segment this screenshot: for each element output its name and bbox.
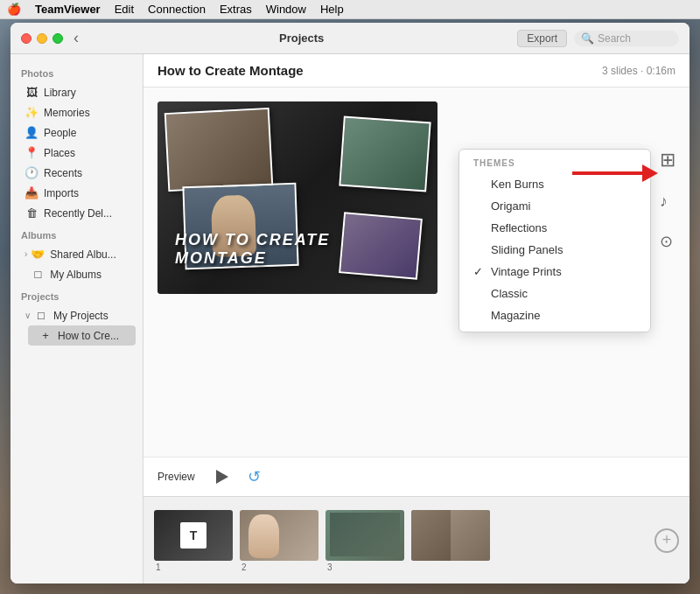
filmstrip: T 1 2 3 bbox=[144, 496, 690, 584]
apple-menu[interactable]: 🍎 bbox=[7, 3, 21, 16]
film-text-icon: T bbox=[180, 522, 206, 549]
theme-reflections[interactable]: Reflections bbox=[459, 217, 650, 239]
memories-icon: ✨ bbox=[24, 106, 38, 119]
sidebar-item-recently-deleted[interactable]: 🗑 Recently Del... bbox=[14, 203, 139, 223]
theme-vintage-prints-label: Vintage Prints bbox=[491, 265, 562, 278]
places-icon: 📍 bbox=[24, 146, 38, 159]
red-arrow bbox=[572, 164, 658, 182]
film-thumb-3 bbox=[326, 510, 404, 561]
sidebar: Photos 🖼 Library ✨ Memories 👤 People 📍 P… bbox=[10, 54, 144, 584]
sidebar-item-imports-label: Imports bbox=[44, 187, 79, 199]
people-icon: 👤 bbox=[24, 126, 38, 139]
menu-extras[interactable]: Extras bbox=[220, 3, 252, 16]
sidebar-item-how-to-create[interactable]: + How to Cre... bbox=[28, 325, 136, 346]
theme-sliding-panels-label: Sliding Panels bbox=[491, 243, 563, 256]
search-box[interactable]: 🔍 Search bbox=[574, 31, 679, 46]
how-to-icon: + bbox=[38, 329, 52, 342]
sidebar-item-places[interactable]: 📍 Places bbox=[14, 143, 139, 163]
theme-classic[interactable]: Classic bbox=[459, 283, 650, 304]
menu-help[interactable]: Help bbox=[320, 3, 344, 16]
sidebar-item-recents[interactable]: 🕐 Recents bbox=[14, 163, 139, 183]
sidebar-item-shared-albums[interactable]: › 🤝 Shared Albu... bbox=[14, 244, 139, 264]
deleted-icon: 🗑 bbox=[24, 206, 38, 220]
add-slide-button[interactable]: + bbox=[654, 528, 679, 553]
title-bar: ‹ Projects Export 🔍 Search bbox=[10, 23, 690, 54]
sidebar-item-imports[interactable]: 📥 Imports bbox=[14, 183, 139, 203]
app-name[interactable]: TeamViewer bbox=[35, 3, 101, 16]
search-icon: 🔍 bbox=[581, 32, 594, 45]
film-item-2[interactable]: 2 bbox=[240, 510, 318, 571]
minimize-button[interactable] bbox=[37, 33, 47, 44]
theme-origami[interactable]: Origami bbox=[459, 195, 650, 217]
vintage-check: ✓ bbox=[473, 265, 486, 278]
sidebar-item-people-label: People bbox=[44, 127, 76, 139]
shared-albums-icon: 🤝 bbox=[31, 248, 45, 261]
film-thumb-2 bbox=[240, 510, 318, 561]
theme-origami-label: Origami bbox=[491, 199, 531, 213]
photos-section-label: Photos bbox=[10, 61, 143, 82]
preview-label: Preview bbox=[158, 471, 195, 483]
sidebar-item-shared-albums-label: Shared Albu... bbox=[50, 248, 116, 261]
sidebar-item-places-label: Places bbox=[44, 147, 75, 159]
film-item-1[interactable]: T 1 bbox=[154, 510, 233, 571]
preview-controls: Preview ↺ bbox=[144, 457, 690, 496]
sidebar-item-library[interactable]: 🖼 Library bbox=[14, 82, 139, 102]
duration-icon[interactable]: ⊙ bbox=[660, 232, 676, 251]
theme-magazine-label: Magazine bbox=[491, 309, 540, 322]
music-icon[interactable]: ♪ bbox=[660, 192, 676, 211]
traffic-lights bbox=[21, 33, 63, 44]
video-preview-image: How to Create Montage bbox=[158, 101, 438, 294]
arrow-body bbox=[572, 171, 642, 175]
video-overlay-text: How to Create Montage bbox=[175, 231, 420, 268]
film-thumb-4 bbox=[411, 510, 490, 561]
film-item-3[interactable]: 3 bbox=[326, 510, 404, 571]
film-item-4[interactable] bbox=[411, 510, 490, 571]
theme-magazine[interactable]: Magazine bbox=[459, 304, 650, 326]
theme-vintage-prints[interactable]: ✓ Vintage Prints bbox=[459, 261, 650, 283]
theme-ken-burns-label: Ken Burns bbox=[491, 178, 544, 191]
title-bar-nav: ‹ Projects Export 🔍 Search bbox=[74, 29, 679, 47]
theme-reflections-label: Reflections bbox=[491, 221, 547, 234]
menu-edit[interactable]: Edit bbox=[115, 3, 134, 16]
sidebar-item-people[interactable]: 👤 People bbox=[14, 122, 139, 143]
back-button[interactable]: ‹ bbox=[74, 29, 79, 47]
maximize-button[interactable] bbox=[52, 33, 63, 44]
app-window: ‹ Projects Export 🔍 Search Photos 🖼 Libr… bbox=[10, 23, 690, 584]
refresh-icon[interactable]: ↺ bbox=[248, 467, 261, 486]
sidebar-item-how-to-label: How to Cre... bbox=[58, 330, 119, 342]
project-title: How to Create Montage bbox=[158, 63, 304, 78]
sidebar-item-deleted-label: Recently Del... bbox=[44, 207, 112, 220]
themes-icon[interactable]: ⊞ bbox=[660, 149, 676, 171]
play-button[interactable] bbox=[209, 465, 234, 489]
my-projects-icon: □ bbox=[34, 309, 48, 322]
albums-section-label: Albums bbox=[10, 223, 143, 244]
project-header: How to Create Montage 3 slides · 0:16m bbox=[144, 54, 690, 87]
sidebar-item-memories[interactable]: ✨ Memories bbox=[14, 102, 139, 122]
export-button[interactable]: Export bbox=[517, 30, 567, 47]
sidebar-item-my-projects[interactable]: ∨ □ My Projects bbox=[14, 305, 139, 325]
sidebar-item-my-albums-label: My Albums bbox=[50, 269, 102, 281]
my-albums-icon: □ bbox=[31, 268, 45, 281]
my-projects-chevron: ∨ bbox=[24, 311, 31, 320]
right-icon-panel: ⊞ ♪ ⊙ bbox=[660, 149, 676, 251]
project-meta: 3 slides · 0:16m bbox=[602, 65, 676, 77]
menu-window[interactable]: Window bbox=[266, 3, 306, 16]
app-body: Photos 🖼 Library ✨ Memories 👤 People 📍 P… bbox=[10, 54, 690, 584]
imports-icon: 📥 bbox=[24, 186, 38, 199]
shared-albums-chevron: › bbox=[24, 249, 27, 259]
collage-photo-2 bbox=[339, 116, 430, 192]
film-thumb-1: T bbox=[154, 510, 233, 561]
menu-connection[interactable]: Connection bbox=[148, 3, 206, 16]
menu-bar: 🍎 TeamViewer Edit Connection Extras Wind… bbox=[0, 0, 700, 19]
close-button[interactable] bbox=[21, 33, 32, 44]
film-number-3: 3 bbox=[326, 563, 404, 572]
sidebar-item-memories-label: Memories bbox=[44, 107, 90, 119]
preview-section: How to Create Montage THEMES Ken Burns O… bbox=[144, 87, 690, 457]
film-number-2: 2 bbox=[240, 563, 318, 572]
sidebar-item-my-albums[interactable]: › □ My Albums bbox=[14, 264, 139, 284]
play-triangle-icon bbox=[216, 470, 228, 484]
window-title: Projects bbox=[86, 31, 517, 45]
search-placeholder: Search bbox=[598, 32, 631, 45]
theme-classic-label: Classic bbox=[491, 287, 528, 300]
theme-sliding-panels[interactable]: Sliding Panels bbox=[459, 239, 650, 261]
